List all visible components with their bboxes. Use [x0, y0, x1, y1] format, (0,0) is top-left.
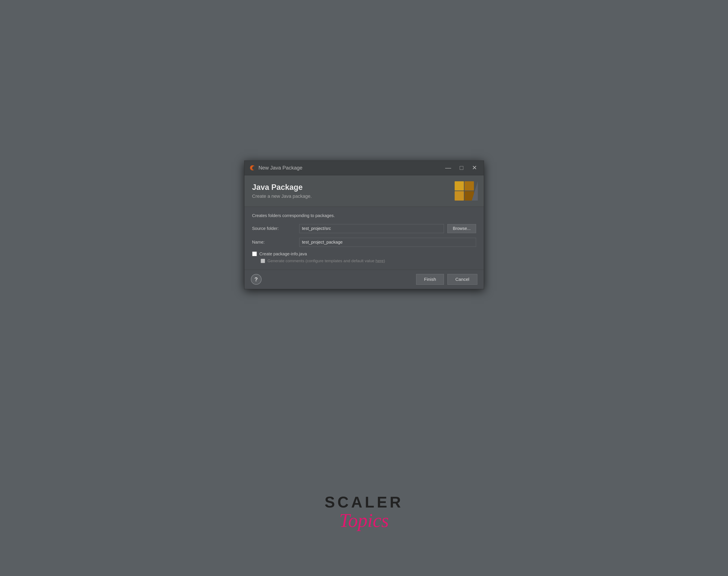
window-title: New Java Package — [259, 165, 443, 171]
package-icon — [455, 181, 474, 201]
minimize-button[interactable]: — — [443, 164, 453, 172]
cancel-button[interactable]: Cancel — [447, 274, 477, 285]
icon-sq-2 — [465, 181, 474, 191]
package-icon-wrap — [455, 181, 476, 201]
topics-text: Topics — [339, 510, 389, 531]
create-package-info-checkbox[interactable] — [252, 252, 257, 256]
header-text: Java Package Create a new Java package. — [252, 183, 455, 199]
icon-sq-1 — [455, 181, 464, 191]
create-package-info-label[interactable]: Create package-info.java — [259, 252, 307, 256]
help-button[interactable]: ? — [251, 274, 262, 285]
generate-comments-checkbox[interactable] — [261, 259, 265, 263]
dialog-footer: ? Finish Cancel — [244, 270, 484, 289]
generate-comments-suffix: ) — [384, 259, 385, 263]
generate-comments-link[interactable]: here — [375, 259, 384, 263]
close-button[interactable]: ✕ — [470, 164, 478, 172]
finish-button[interactable]: Finish — [416, 274, 444, 285]
source-folder-row: Source folder: Browse... — [252, 224, 476, 233]
name-input[interactable] — [299, 238, 476, 247]
header-title: Java Package — [252, 183, 455, 192]
branding-section: SCALER Topics — [324, 450, 403, 576]
generate-comments-label: Generate comments (configure templates a… — [268, 259, 385, 263]
window-icon — [250, 165, 256, 171]
name-row: Name: — [252, 238, 476, 247]
source-folder-input[interactable] — [299, 224, 444, 233]
maximize-button[interactable]: □ — [458, 164, 465, 172]
icon-sq-4 — [465, 191, 474, 201]
browse-button[interactable]: Browse... — [447, 224, 476, 233]
description-text: Creates folders corresponding to package… — [252, 213, 476, 218]
dialog-body: Creates folders corresponding to package… — [244, 207, 484, 270]
source-folder-label: Source folder: — [252, 226, 299, 231]
icon-sq-3 — [455, 191, 464, 201]
header-subtitle: Create a new Java package. — [252, 194, 455, 199]
generate-comments-text: Generate comments (configure templates a… — [268, 259, 376, 263]
dialog-header: Java Package Create a new Java package. — [244, 175, 484, 207]
new-java-package-dialog: New Java Package — □ ✕ Java Package Crea… — [244, 161, 484, 289]
scaler-text: SCALER — [324, 494, 403, 510]
title-bar: New Java Package — □ ✕ — [244, 161, 484, 175]
window-controls: — □ ✕ — [443, 164, 478, 172]
scaler-logo: SCALER Topics — [324, 494, 403, 531]
generate-comments-row: Generate comments (configure templates a… — [261, 259, 476, 263]
name-label: Name: — [252, 240, 299, 244]
create-package-info-row: Create package-info.java — [252, 252, 476, 256]
